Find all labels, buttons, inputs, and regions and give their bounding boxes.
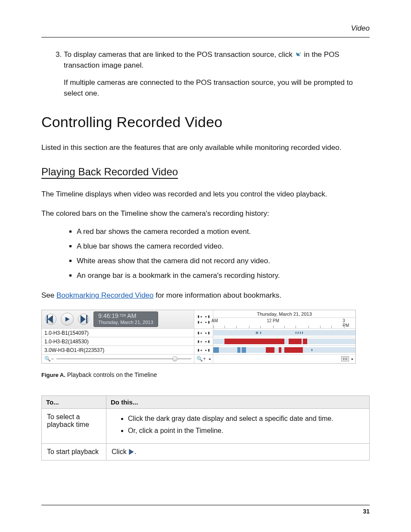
table-cell-to: To start playback xyxy=(42,444,106,460)
page-footer: 31 xyxy=(41,505,370,515)
ruler-noon-label: 12 PM xyxy=(267,318,279,323)
zoom-out-icon[interactable]: 🔍− xyxy=(44,356,54,362)
table-cell-to: To select a playback time xyxy=(42,409,106,444)
header-skip-row2[interactable]: ▮◂▸▮ xyxy=(197,320,210,324)
linked-camera-icon xyxy=(295,51,302,58)
cam-skip[interactable]: ▮◂▸▮ xyxy=(197,348,210,352)
see-also: See Bookmarking Recorded Video for more … xyxy=(41,290,370,301)
action-item: Or, click a point in the Timeline. xyxy=(128,427,364,435)
play-icon xyxy=(128,449,134,455)
scroll-right-icon[interactable]: ▸ xyxy=(352,357,354,361)
paragraph-color-desc: The colored bars on the Timeline show th… xyxy=(41,208,370,219)
paragraph-timeline-desc: The Timeline displays when video was rec… xyxy=(41,189,370,200)
step-back-button[interactable] xyxy=(45,314,56,325)
ruler-am-label: AM xyxy=(212,318,218,323)
camera-label: 1.0-H3-B2(148530) xyxy=(42,337,194,345)
section-intro: Listed in this section are the features … xyxy=(41,143,370,153)
camera-track[interactable] xyxy=(213,329,355,337)
subsection-title: Playing Back Recorded Video xyxy=(41,166,370,178)
figure-caption-text: Playback controls on the Timeline xyxy=(65,371,157,378)
playback-time: 9:46:19 xyxy=(98,312,118,319)
zoom-slider-thumb[interactable] xyxy=(172,356,177,361)
table-cell-do: Click the dark gray date display and sel… xyxy=(106,409,370,444)
camera-track[interactable] xyxy=(213,337,355,345)
svg-point-0 xyxy=(299,53,301,54)
table-cell-do: Click . xyxy=(106,444,370,460)
camera-track[interactable] xyxy=(213,346,355,354)
timeline-figure: 9:46:19.729 AM Thursday, March 21, 2013 … xyxy=(41,310,356,364)
playback-time-box[interactable]: 9:46:19.729 AM Thursday, March 21, 2013 xyxy=(93,311,158,327)
bookmarking-link[interactable]: Bookmarking Recorded Video xyxy=(56,291,154,299)
header-skip-row1[interactable]: ▮◂▸▮ xyxy=(197,314,210,319)
step-3-text-a: To display cameras that are linked to th… xyxy=(64,50,295,59)
cam-skip[interactable]: ▮◂▸▮ xyxy=(197,330,210,335)
running-header: Video xyxy=(41,24,370,37)
legend-item: A red bar shows the camera recorded a mo… xyxy=(77,227,370,236)
actions-table: To... Do this... To select a playback ti… xyxy=(41,395,370,460)
legend-item: White areas show that the camera did not… xyxy=(77,257,370,265)
page-number: 31 xyxy=(363,508,370,515)
playback-ms: .729 xyxy=(118,313,126,317)
step-forward-button[interactable] xyxy=(78,314,89,325)
playback-date: Thursday, March 21, 2013 xyxy=(98,320,153,325)
step-3-note: If multiple cameras are connected to the… xyxy=(64,78,370,99)
table-head-do: Do this... xyxy=(106,396,370,409)
numbered-step-list: To display cameras that are linked to th… xyxy=(64,50,370,99)
play-button[interactable] xyxy=(61,313,74,326)
figure-label: Figure A. xyxy=(41,372,65,378)
table-head-to: To... xyxy=(42,396,106,409)
action-item: Click the dark gray date display and sel… xyxy=(128,415,364,423)
section-title: Controlling Recorded Video xyxy=(41,114,370,131)
step-3: To display cameras that are linked to th… xyxy=(64,50,370,99)
figure-caption: Figure A. Playback controls on the Timel… xyxy=(41,371,370,378)
see-suffix: for more information about bookmarks. xyxy=(154,291,282,299)
color-legend-list: A red bar shows the camera recorded a mo… xyxy=(77,227,370,280)
legend-item: An orange bar is a bookmark in the camer… xyxy=(77,271,370,280)
click-label: Click xyxy=(112,448,128,455)
scroll-thumb-icon[interactable] xyxy=(341,356,349,361)
playback-ampm: AM xyxy=(126,312,136,319)
legend-item: A blue bar shows the camera recorded vid… xyxy=(77,242,370,251)
cam-skip[interactable]: ▮◂▸▮ xyxy=(197,339,210,344)
table-row: To start playback Click . xyxy=(42,444,370,460)
timeline-ruler[interactable]: AM 12 PM 3 PM xyxy=(213,318,355,328)
zoom-in-icon[interactable]: 🔍+ xyxy=(196,356,206,362)
svg-rect-2 xyxy=(86,315,87,324)
zoom-slider[interactable] xyxy=(56,358,191,359)
timeline-date-header: Thursday, March 21, 2013 xyxy=(213,310,355,318)
click-after: . xyxy=(134,448,136,455)
see-prefix: See xyxy=(41,291,56,299)
scroll-left-icon[interactable]: ◂ xyxy=(209,357,211,361)
camera-label: 3.0W-H3-BO1-IR(223537) xyxy=(42,346,194,354)
table-row: To select a playback time Click the dark… xyxy=(42,409,370,444)
svg-rect-1 xyxy=(47,315,48,324)
camera-label: 1.0-H3-B1(154097) xyxy=(42,329,194,337)
